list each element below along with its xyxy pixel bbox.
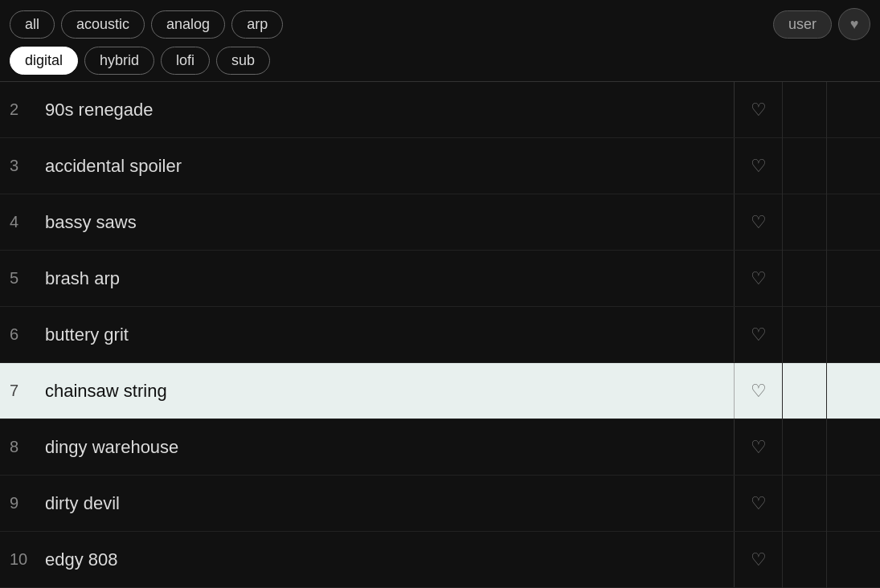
filter-chip-hybrid[interactable]: hybrid xyxy=(84,47,154,75)
track-number: 2 xyxy=(10,100,45,119)
track-name: brash arp xyxy=(45,268,734,289)
track-name: edgy 808 xyxy=(45,549,734,570)
track-number: 7 xyxy=(10,382,45,400)
track-name: dingy warehouse xyxy=(45,437,734,458)
filter-row-2: digitalhybridlofisub xyxy=(10,47,870,75)
extra-columns xyxy=(782,476,870,532)
favorite-heart-icon[interactable]: ♡ xyxy=(734,419,782,475)
extra-col xyxy=(782,251,826,307)
extra-col xyxy=(782,419,826,476)
extra-columns xyxy=(782,419,870,476)
track-number: 3 xyxy=(10,157,45,175)
track-number: 5 xyxy=(10,269,45,288)
extra-col xyxy=(782,194,826,251)
extra-col xyxy=(826,82,870,138)
filter-section: allacousticanalogarp user ♥ digitalhybri… xyxy=(0,0,880,82)
list-item[interactable]: 5brash arp♡ xyxy=(0,251,880,307)
extra-columns xyxy=(782,363,870,419)
extra-col xyxy=(782,476,826,532)
extra-columns xyxy=(782,194,870,251)
extra-col xyxy=(826,251,870,307)
favorite-heart-icon[interactable]: ♡ xyxy=(734,307,782,362)
favorite-heart-icon[interactable]: ♡ xyxy=(734,363,782,419)
extra-col xyxy=(826,532,870,588)
extra-col xyxy=(826,419,870,476)
favorite-heart-icon[interactable]: ♡ xyxy=(734,532,782,587)
extra-col xyxy=(826,476,870,532)
track-list: 290s renegade♡3accidental spoiler♡4bassy… xyxy=(0,82,880,588)
list-item[interactable]: 10edgy 808♡ xyxy=(0,532,880,588)
favorite-heart-icon[interactable]: ♡ xyxy=(734,476,782,531)
extra-col xyxy=(826,307,870,363)
extra-columns xyxy=(782,532,870,588)
track-name: bassy saws xyxy=(45,212,734,233)
filter-row-1: allacousticanalogarp user ♥ xyxy=(10,8,870,40)
favorite-heart-icon[interactable]: ♡ xyxy=(734,82,782,137)
extra-col xyxy=(826,194,870,251)
track-name: dirty devil xyxy=(45,493,734,514)
filter-chip-acoustic[interactable]: acoustic xyxy=(61,10,145,39)
extra-col xyxy=(782,363,826,419)
track-number: 9 xyxy=(10,494,45,512)
extra-col xyxy=(826,138,870,194)
extra-columns xyxy=(782,251,870,307)
list-item[interactable]: 290s renegade♡ xyxy=(0,82,880,138)
track-name: 90s renegade xyxy=(45,100,734,120)
list-item[interactable]: 9dirty devil♡ xyxy=(0,476,880,532)
track-name: buttery grit xyxy=(45,325,734,345)
list-item[interactable]: 7chainsaw string♡ xyxy=(0,363,880,419)
extra-columns xyxy=(782,82,870,138)
extra-columns xyxy=(782,307,870,363)
extra-col xyxy=(782,82,826,138)
track-name: accidental spoiler xyxy=(45,156,734,177)
filter-chip-sub[interactable]: sub xyxy=(216,47,270,75)
favorites-heart-button[interactable]: ♥ xyxy=(838,8,870,40)
track-number: 6 xyxy=(10,325,45,344)
filter-chip-lofi[interactable]: lofi xyxy=(161,47,210,75)
extra-col xyxy=(826,363,870,419)
extra-columns xyxy=(782,138,870,194)
list-item[interactable]: 3accidental spoiler♡ xyxy=(0,138,880,194)
right-buttons: user ♥ xyxy=(773,8,870,40)
list-item[interactable]: 6buttery grit♡ xyxy=(0,307,880,363)
track-number: 8 xyxy=(10,438,45,456)
filter-chip-all[interactable]: all xyxy=(10,10,55,39)
favorite-heart-icon[interactable]: ♡ xyxy=(734,138,782,194)
list-item[interactable]: 4bassy saws♡ xyxy=(0,194,880,251)
track-number: 4 xyxy=(10,213,45,231)
filter-chip-digital[interactable]: digital xyxy=(10,47,78,75)
track-name: chainsaw string xyxy=(45,381,734,402)
extra-col xyxy=(782,138,826,194)
filter-chip-arp[interactable]: arp xyxy=(231,10,283,39)
extra-col xyxy=(782,307,826,363)
list-item[interactable]: 8dingy warehouse♡ xyxy=(0,419,880,476)
favorite-heart-icon[interactable]: ♡ xyxy=(734,194,782,250)
extra-col xyxy=(782,532,826,588)
favorite-heart-icon[interactable]: ♡ xyxy=(734,251,782,306)
filter-chip-analog[interactable]: analog xyxy=(151,10,225,39)
user-chip[interactable]: user xyxy=(773,10,832,39)
track-number: 10 xyxy=(10,550,45,569)
